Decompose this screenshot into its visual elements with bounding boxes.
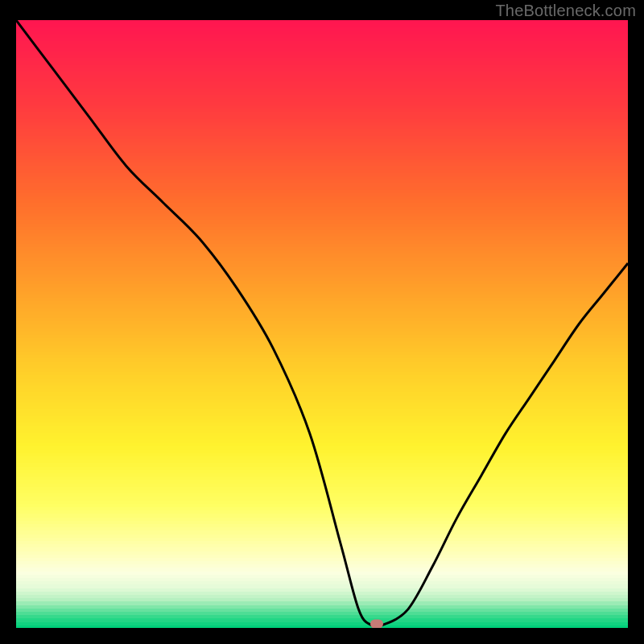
optimum-marker xyxy=(370,620,383,628)
chart-container: TheBottleneck.com xyxy=(0,0,644,644)
bottleneck-curve xyxy=(16,20,628,628)
plot-frame xyxy=(16,20,628,628)
watermark-text: TheBottleneck.com xyxy=(495,2,636,20)
plot-area xyxy=(16,20,628,628)
curve-path xyxy=(16,20,628,627)
